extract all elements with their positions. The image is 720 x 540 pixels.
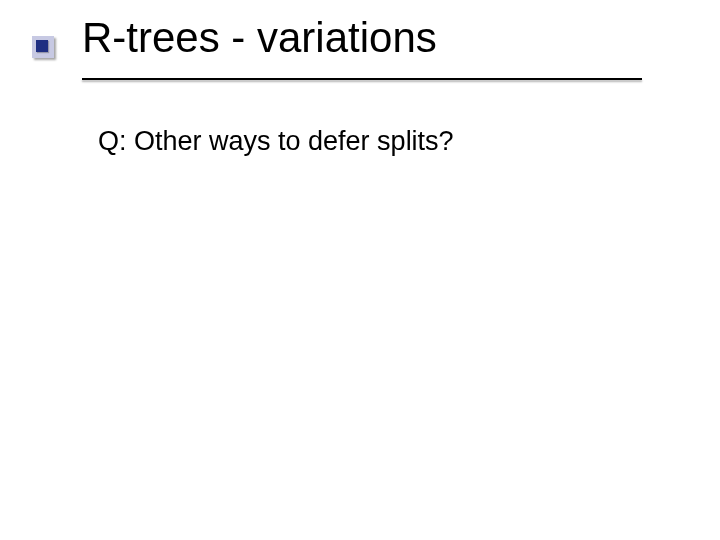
slide-body-text: Q: Other ways to defer splits?	[98, 126, 454, 157]
title-underline	[82, 78, 642, 80]
square-bullet-icon	[32, 36, 54, 58]
bullet-inner-square	[36, 40, 48, 52]
slide-title: R-trees - variations	[82, 14, 437, 62]
slide: R-trees - variations Q: Other ways to de…	[0, 0, 720, 540]
